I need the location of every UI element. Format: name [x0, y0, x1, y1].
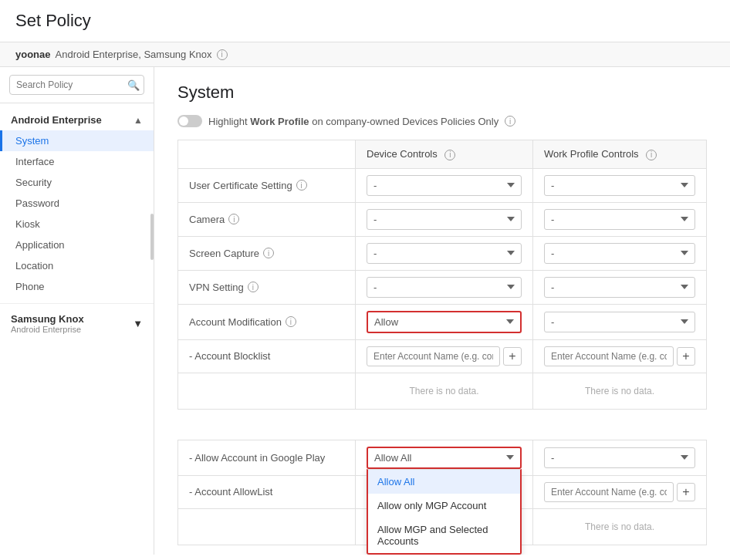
dropdown-item-allow-all[interactable]: Allow All [368, 470, 520, 494]
account-blocklist-device-input[interactable] [367, 346, 500, 366]
sidebar-item-system[interactable]: System [0, 130, 154, 151]
dropdown-item-mgp-only[interactable]: Allow only MGP Account [368, 494, 520, 518]
sidebar-item-interface[interactable]: Interface [0, 151, 154, 172]
allow-google-play-work-select[interactable]: - [544, 447, 695, 468]
highlight-info-icon[interactable]: i [505, 116, 515, 127]
row-label-screen-capture: Screen Capture i [178, 236, 356, 270]
table-row: VPN Setting i - - [178, 270, 707, 304]
row-label-vpn: VPN Setting i [178, 270, 356, 304]
scrollbar [150, 214, 154, 260]
account-allowlist-work-add-btn[interactable]: + [677, 483, 695, 501]
row-label-user-cert: User Certificate Setting i [178, 168, 356, 202]
table-row: Camera i - - [178, 202, 707, 236]
dropdown-item-mgp-selected[interactable]: Allow MGP and Selected Accounts [368, 518, 520, 553]
samsung-knox-chevron: ▼ [133, 318, 143, 329]
sidebar-item-phone[interactable]: Phone [0, 276, 154, 297]
highlight-toggle[interactable] [177, 115, 202, 127]
col-header-label [178, 140, 356, 169]
account-blocklist-device-add-btn[interactable]: + [503, 347, 522, 366]
account-mod-device-cell: Allow - Disallow [356, 304, 533, 339]
android-enterprise-label: Android Enterprise [11, 114, 102, 126]
account-blocklist-work-input-cell: + [533, 339, 707, 373]
allow-google-play-work-cell: - [533, 440, 707, 475]
org-name: yoonae [15, 49, 51, 60]
screen-capture-device-select[interactable]: - [367, 243, 522, 264]
account-mod-work-cell: - [533, 304, 707, 339]
content-title: System [177, 83, 707, 103]
device-controls-info-icon[interactable]: i [444, 150, 455, 160]
spacer-row [178, 409, 707, 424]
allow-google-play-label: - Allow Account in Google Play [178, 440, 356, 475]
sidebar-item-application[interactable]: Application [0, 234, 154, 255]
page-title: Set Policy [15, 11, 715, 31]
sidebar-item-location[interactable]: Location [0, 255, 154, 276]
table-row: User Certificate Setting i - - [178, 168, 707, 202]
account-blocklist-work-no-data: There is no data. [533, 373, 707, 409]
screen-capture-work-select[interactable]: - [544, 243, 695, 264]
screen-capture-device-cell: - [356, 236, 533, 270]
sidebar: 🔍 Android Enterprise ▲ System Interface … [0, 67, 154, 555]
vpn-work-select[interactable]: - [544, 277, 695, 298]
work-profile-info-icon[interactable]: i [646, 150, 657, 160]
highlight-label: Highlight Work Profile on company-owned … [208, 116, 498, 127]
vpn-work-cell: - [533, 270, 707, 304]
samsung-knox-header[interactable]: Samsung Knox Android Enterprise ▼ [0, 309, 154, 339]
account-allowlist-work-input[interactable] [544, 482, 674, 502]
search-icon: 🔍 [127, 79, 140, 91]
android-enterprise-section: Android Enterprise ▲ System Interface Se… [0, 103, 154, 303]
search-input[interactable] [9, 75, 144, 95]
vpn-info-icon[interactable]: i [248, 282, 259, 292]
account-mod-device-select[interactable]: Allow - Disallow [367, 311, 522, 333]
user-cert-device-select[interactable]: - [367, 175, 522, 196]
allow-google-play-device-select[interactable]: Allow All Allow only MGP Account Allow M… [367, 447, 522, 469]
col-header-work-profile: Work Profile Controls i [533, 140, 707, 169]
col-header-device-controls: Device Controls i [356, 140, 533, 169]
allow-google-play-dropdown-menu: Allow All Allow only MGP Account Allow M… [367, 469, 522, 555]
screen-capture-work-cell: - [533, 236, 707, 270]
samsung-knox-label: Samsung Knox [11, 313, 84, 325]
spacer-row-2 [178, 424, 707, 440]
camera-work-cell: - [533, 202, 707, 236]
account-blocklist-label: - Account Blocklist [178, 339, 356, 373]
account-mod-work-select[interactable]: - [544, 312, 695, 332]
samsung-knox-sublabel: Android Enterprise [11, 325, 84, 334]
allow-google-play-dropdown-container: Allow All Allow only MGP Account Allow M… [367, 447, 522, 469]
highlight-bar: Highlight Work Profile on company-owned … [177, 115, 707, 127]
sidebar-item-security[interactable]: Security [0, 172, 154, 193]
page-header: Set Policy [0, 0, 730, 42]
android-enterprise-header[interactable]: Android Enterprise ▲ [0, 110, 154, 130]
sub-header: yoonae Android Enterprise, Samsung Knox … [0, 42, 730, 67]
content-area: System Highlight Work Profile on company… [154, 67, 730, 555]
subheader-info-icon[interactable]: i [217, 49, 228, 60]
vpn-device-cell: - [356, 270, 533, 304]
platform-label: Android Enterprise, Samsung Knox [56, 49, 212, 60]
account-allowlist-work-cell: + [533, 475, 707, 508]
screen-capture-info-icon[interactable]: i [263, 248, 274, 258]
vpn-device-select[interactable]: - [367, 277, 522, 298]
allow-google-play-row: - Allow Account in Google Play Allow All… [178, 440, 707, 475]
account-blocklist-work-input[interactable] [544, 346, 674, 366]
account-blocklist-label-row: - Account Blocklist + + [178, 339, 707, 373]
table-row: Account Modification i Allow - Disallow [178, 304, 707, 339]
allow-google-play-device-cell: Allow All Allow only MGP Account Allow M… [356, 440, 533, 475]
samsung-knox-section: Samsung Knox Android Enterprise ▼ [0, 303, 154, 343]
camera-device-cell: - [356, 202, 533, 236]
user-cert-work-select[interactable]: - [544, 175, 695, 196]
table-row: Screen Capture i - - [178, 236, 707, 270]
policy-table: Device Controls i Work Profile Controls … [177, 140, 707, 545]
row-label-account-mod: Account Modification i [178, 304, 356, 339]
account-mod-info-icon[interactable]: i [286, 316, 296, 327]
camera-device-select[interactable]: - [367, 209, 522, 230]
user-cert-info-icon[interactable]: i [296, 180, 307, 191]
camera-work-select[interactable]: - [544, 209, 695, 230]
main-layout: 🔍 Android Enterprise ▲ System Interface … [0, 67, 730, 555]
account-allowlist-label: - Account AllowList [178, 475, 356, 508]
account-blocklist-device-no-data: There is no data. [356, 373, 533, 409]
sidebar-item-kiosk[interactable]: Kiosk [0, 214, 154, 234]
sidebar-item-password[interactable]: Password [0, 193, 154, 214]
account-blocklist-work-add-btn[interactable]: + [677, 347, 695, 366]
camera-info-icon[interactable]: i [228, 214, 239, 224]
row-label-camera: Camera i [178, 202, 356, 236]
user-cert-device-cell: - [356, 168, 533, 202]
account-allowlist-work-no-data: There is no data. [533, 508, 707, 545]
